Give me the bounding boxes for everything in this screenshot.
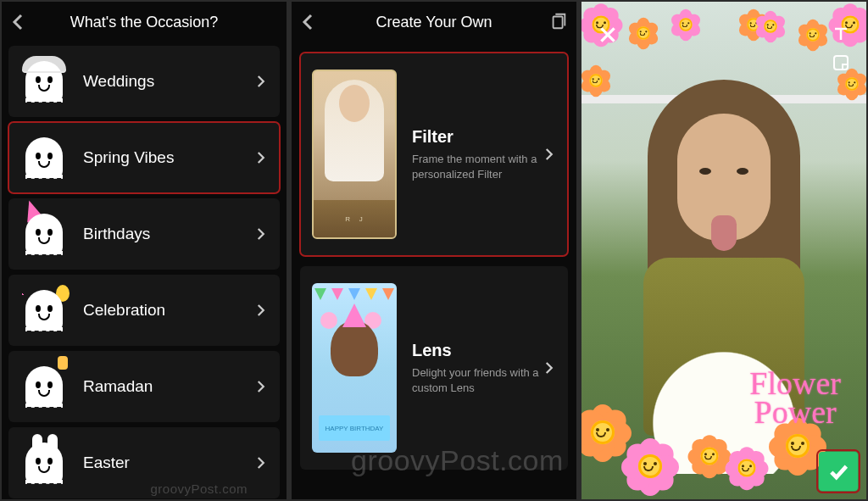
filter-thumbnail: R J (312, 70, 397, 239)
templates-icon[interactable] (549, 12, 568, 31)
chevron-right-icon (253, 74, 268, 89)
ghost-party-icon (17, 283, 71, 337)
chevron-right-icon (253, 226, 268, 242)
ghost-wedding-icon (17, 54, 71, 109)
page-title: Create Your Own (376, 14, 492, 31)
lens-thumbnail: HAPPY BIRTHDAY (312, 283, 397, 453)
occasion-item-easter[interactable]: Easter (8, 427, 280, 498)
occasion-item-weddings[interactable]: Weddings (8, 46, 280, 117)
sticker-tool-icon[interactable] (831, 53, 851, 73)
chevron-right-icon (541, 147, 556, 162)
create-item-title: Lens (412, 341, 556, 360)
occasion-item-spring-vibes[interactable]: Spring Vibes (8, 122, 280, 193)
confirm-button[interactable] (819, 452, 858, 491)
close-icon[interactable] (597, 24, 619, 46)
back-icon[interactable] (8, 12, 29, 32)
chevron-right-icon (253, 303, 268, 318)
filter-text-line2: Power (754, 394, 837, 430)
filter-text: Flower Power (749, 369, 841, 426)
occasion-item-birthdays[interactable]: Birthdays (8, 198, 280, 270)
ghost-easter-icon (17, 436, 71, 490)
occasion-label: Easter (83, 454, 130, 472)
occasion-label: Birthdays (83, 225, 150, 243)
create-item-lens[interactable]: HAPPY BIRTHDAY Lens Delight your friends… (300, 266, 568, 470)
screen-create: Create Your Own R J Filter Frame the mom… (292, 2, 576, 499)
occasion-list: Weddings Spring Vibes Birthdays (2, 42, 287, 499)
occasion-item-celebration[interactable]: Celebration (8, 275, 280, 346)
create-item-filter[interactable]: R J Filter Frame the moment with a perso… (300, 53, 568, 256)
create-item-subtitle: Delight your friends with a custom Lens (412, 365, 556, 395)
occasion-label: Ramadan (83, 377, 153, 396)
preview-canvas[interactable]: Flower Power (581, 2, 866, 499)
header: Create Your Own (292, 2, 576, 42)
chevron-right-icon (253, 455, 268, 470)
occasion-item-ramadan[interactable]: Ramadan (8, 351, 280, 422)
create-item-text: Lens Delight your friends with a custom … (412, 341, 556, 395)
occasion-label: Weddings (83, 72, 154, 91)
checkmark-icon (826, 459, 850, 483)
page-title: What's the Occasion? (70, 14, 219, 31)
svg-rect-3 (834, 56, 848, 70)
ghost-ramadan-icon (17, 359, 71, 414)
create-item-text: Filter Frame the moment with a personali… (412, 127, 556, 181)
occasion-label: Spring Vibes (83, 148, 174, 167)
chevron-right-icon (253, 150, 268, 165)
back-icon[interactable] (298, 12, 319, 32)
occasion-label: Celebration (83, 301, 165, 320)
text-tool-icon[interactable] (831, 24, 851, 44)
chevron-right-icon (541, 360, 556, 376)
screen-preview: Flower Power (581, 2, 866, 499)
screen-occasion: What's the Occasion? Weddings Spring Vib… (2, 2, 287, 499)
create-list: R J Filter Frame the moment with a perso… (292, 42, 576, 480)
chevron-right-icon (253, 379, 268, 394)
svg-rect-0 (554, 17, 563, 29)
create-item-title: Filter (412, 127, 556, 147)
header: What's the Occasion? (2, 2, 287, 42)
ghost-birthday-icon (17, 207, 71, 261)
ghost-spring-icon (17, 131, 71, 185)
create-item-subtitle: Frame the moment with a personalized Fil… (412, 152, 556, 181)
